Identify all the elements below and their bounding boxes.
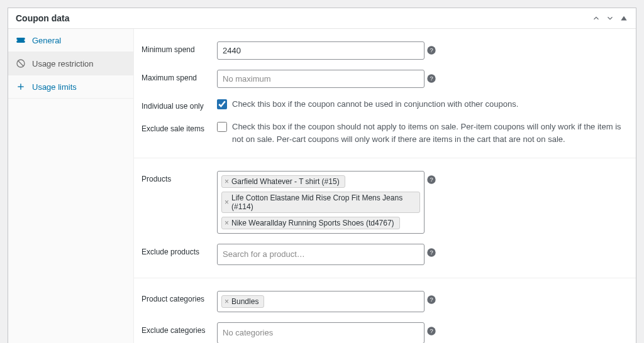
exclude-sale-checkbox[interactable] [217,122,227,132]
individual-use-checkbox[interactable] [217,99,227,109]
row-product-categories: Product categories ×Bundles ? [134,286,636,317]
exclude-sale-description: Check this box if the coupon should not … [232,121,628,145]
remove-tag-icon[interactable]: × [225,297,229,306]
label-minimum-spend: Minimum spend [142,41,217,54]
svg-marker-0 [621,16,626,21]
label-individual-use: Individual use only [142,98,217,111]
row-maximum-spend: Maximum spend ? [134,65,636,93]
panel-controls [592,14,628,23]
help-icon[interactable]: ? [425,322,438,336]
minimum-spend-input[interactable] [217,41,425,60]
ticket-icon [16,35,26,45]
panel-title: Coupon data [16,13,70,23]
move-down-icon[interactable] [606,14,614,23]
row-exclude-sale: Exclude sale items Check this box if the… [134,116,636,150]
help-icon[interactable]: ? [425,291,438,305]
help-icon[interactable]: ? [425,70,438,84]
svg-text:?: ? [430,177,433,183]
sidebar-item-usage-limits[interactable]: Usage limits [8,75,133,99]
category-tag[interactable]: ×Bundles [221,295,264,308]
section-spend: Minimum spend ? Maximum spend ? [134,29,636,158]
sidebar-item-label: Usage limits [32,82,77,92]
row-individual-use: Individual use only Check this box if th… [134,93,636,116]
plus-icon [16,82,26,92]
svg-text:?: ? [430,328,433,334]
coupon-data-panel: Coupon data General [8,8,636,343]
panel-header: Coupon data [8,8,636,29]
exclude-categories-placeholder: No categories [221,327,274,339]
exclude-products-tagbox[interactable]: Search for a product… [217,244,425,265]
toggle-icon[interactable] [619,14,628,23]
label-products: Products [142,171,217,183]
svg-text:?: ? [430,249,433,256]
section-categories: Product categories ×Bundles ? Exclude ca… [134,278,636,343]
product-categories-tagbox[interactable]: ×Bundles [217,291,425,312]
row-exclude-products: Exclude products Search for a product… ? [134,239,636,270]
remove-tag-icon[interactable]: × [225,177,229,186]
exclude-products-placeholder: Search for a product… [221,248,306,260]
label-maximum-spend: Maximum spend [142,70,217,82]
products-tagbox[interactable]: ×Garfield Whatever - T shirt (#15) ×Life… [217,171,425,234]
svg-text:?: ? [430,297,433,303]
svg-text:?: ? [430,75,433,82]
help-icon[interactable]: ? [425,244,438,258]
product-tag[interactable]: ×Nike Wearallday Running Sports Shoes (t… [221,217,400,229]
sidebar-item-label: Usage restriction [32,59,94,68]
product-tag[interactable]: ×Life Cotton Elastane Mid Rise Crop Fit … [221,192,420,213]
panel-body: General Usage restriction Usage limits M… [8,29,636,343]
content-area: Minimum spend ? Maximum spend ? [134,29,636,343]
section-products: Products ×Garfield Whatever - T shirt (#… [134,158,636,278]
label-exclude-sale: Exclude sale items [142,121,217,133]
svg-text:?: ? [430,47,433,53]
block-icon [16,58,26,68]
sidebar-item-general[interactable]: General [8,29,133,52]
move-up-icon[interactable] [592,14,601,23]
row-exclude-categories: Exclude categories No categories ? [134,317,636,343]
sidebar: General Usage restriction Usage limits [8,29,134,343]
remove-tag-icon[interactable]: × [225,219,229,227]
sidebar-item-label: General [32,36,61,45]
label-exclude-categories: Exclude categories [142,322,217,335]
label-exclude-products: Exclude products [142,244,217,256]
remove-tag-icon[interactable]: × [225,198,229,207]
help-icon[interactable]: ? [425,171,438,185]
help-icon[interactable]: ? [425,41,438,55]
row-products: Products ×Garfield Whatever - T shirt (#… [134,166,636,239]
exclude-categories-tagbox[interactable]: No categories [217,322,425,343]
product-tag[interactable]: ×Garfield Whatever - T shirt (#15) [221,175,345,188]
label-product-categories: Product categories [142,291,217,303]
sidebar-item-usage-restriction[interactable]: Usage restriction [8,52,133,75]
svg-line-2 [18,60,23,66]
individual-use-description: Check this box if the coupon cannot be u… [232,98,628,111]
maximum-spend-input[interactable] [217,70,425,88]
row-minimum-spend: Minimum spend ? [134,36,636,65]
